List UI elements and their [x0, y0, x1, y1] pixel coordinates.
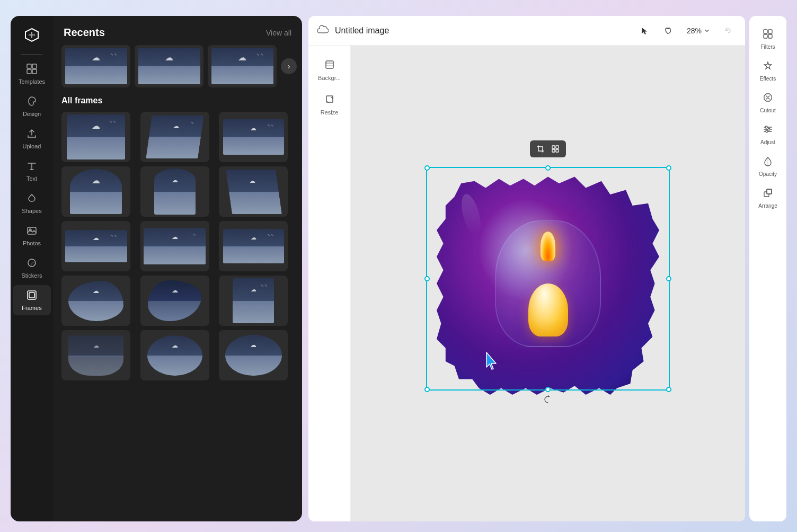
handle-br[interactable] — [666, 387, 671, 392]
frames-content: ☁ ∿∿ ☁ — [53, 45, 302, 521]
filters-tool[interactable]: Filters — [751, 24, 784, 54]
frame-grid-3[interactable]: ☁ ∿∿ — [219, 112, 288, 162]
sidebar-item-label-upload: Upload — [23, 143, 41, 149]
background-tool[interactable]: Backgr... — [312, 54, 348, 86]
handle-ml[interactable] — [424, 276, 430, 281]
frame-grid-2[interactable]: ☁ ∿ — [140, 112, 209, 162]
cutout-icon — [763, 92, 773, 105]
arrange-tool[interactable]: Arrange — [751, 183, 784, 213]
candle-image-frame — [437, 172, 659, 395]
frame-grid-b2[interactable]: ☁ — [140, 330, 209, 380]
svg-rect-8 — [29, 292, 34, 298]
undo-button[interactable] — [720, 22, 737, 39]
next-button[interactable]: › — [281, 58, 297, 74]
sidebar-item-upload[interactable]: Upload — [13, 123, 51, 154]
frame-grid-7[interactable]: ☁ ∿∿ — [61, 221, 130, 271]
cutout-tool[interactable]: Cutout — [751, 88, 784, 118]
opacity-icon — [763, 156, 773, 169]
handle-tr[interactable] — [666, 165, 671, 171]
sidebar-item-design[interactable]: Design — [13, 91, 51, 121]
svg-rect-17 — [764, 34, 767, 38]
frame-toolbar — [530, 140, 566, 157]
frames-panel-header: Recents View all — [53, 16, 302, 45]
right-panel: Filters Effects Cutout — [749, 16, 786, 521]
sidebar-item-label-design: Design — [23, 111, 41, 117]
svg-rect-23 — [767, 189, 772, 194]
upload-icon — [26, 128, 38, 141]
frames-grid: ☁ ∿∿ ☁ ∿ — [61, 112, 294, 326]
cloud-icon — [317, 24, 329, 37]
select-tool-button[interactable] — [635, 21, 654, 40]
sidebar-item-label-frames: Frames — [22, 305, 41, 311]
svg-rect-2 — [27, 69, 31, 74]
canvas-area: Backgr... Resize — [308, 46, 745, 521]
frame-grid-8[interactable]: ☁ ∿ — [140, 221, 209, 271]
recent-frame-2[interactable]: ☁ — [135, 45, 203, 87]
all-frames-title: All frames — [61, 96, 294, 105]
effects-tool[interactable]: Effects — [751, 56, 784, 86]
svg-rect-1 — [32, 64, 37, 68]
rotate-handle[interactable] — [542, 394, 554, 405]
frame-crop-icon[interactable] — [534, 143, 547, 155]
sidebar-item-photos[interactable]: Photos — [13, 220, 51, 251]
filters-label: Filters — [760, 44, 775, 50]
frame-grid-5[interactable]: ☁ — [140, 166, 209, 217]
frame-grid-6[interactable]: ☁ — [219, 166, 288, 217]
zoom-selector[interactable]: 28% — [681, 23, 715, 38]
frame-grid-b3[interactable]: ☁ — [219, 330, 288, 380]
frame-grid-9[interactable]: ☁ ∿∿ — [219, 221, 288, 271]
adjust-tool[interactable]: Adjust — [751, 120, 784, 149]
frame-grid-11[interactable]: ☁ — [140, 276, 209, 326]
candle-frame[interactable] — [426, 162, 670, 405]
frame-grid-4[interactable]: ☁ — [61, 166, 130, 217]
arrange-label: Arrange — [758, 203, 777, 209]
canvas-toolbar: Backgr... Resize — [308, 46, 351, 521]
recents-row: ☁ ∿∿ ☁ — [61, 45, 294, 87]
handle-tc[interactable] — [545, 165, 551, 171]
background-label: Backgr... — [318, 75, 341, 81]
svg-point-21 — [766, 130, 768, 132]
top-bar: Untitled image 28% — [308, 16, 745, 46]
handle-tl[interactable] — [424, 165, 430, 171]
view-all-button[interactable]: View all — [266, 29, 291, 37]
sidebar-item-frames[interactable]: Frames — [13, 285, 51, 315]
sidebar-item-label-photos: Photos — [23, 240, 41, 246]
frame-grid-10[interactable]: ☁ — [61, 276, 130, 326]
sidebar-item-text[interactable]: Text — [13, 156, 51, 186]
opacity-label: Opacity — [759, 171, 777, 177]
frames-panel: Recents View all ☁ — [53, 16, 302, 521]
sidebar-item-templates[interactable]: Templates — [13, 59, 51, 89]
templates-icon — [26, 63, 38, 76]
recent-frame-3[interactable]: ☁ ∿∿ — [208, 45, 277, 87]
svg-rect-14 — [556, 149, 559, 152]
sidebar-item-label-templates: Templates — [19, 78, 45, 85]
frame-grid-b1[interactable]: ☁ — [61, 330, 130, 380]
background-icon — [324, 59, 335, 73]
adjust-icon — [763, 124, 773, 137]
handle-mr[interactable] — [666, 276, 671, 281]
sidebar-item-shapes[interactable]: Shapes — [13, 188, 51, 218]
arrange-icon — [763, 188, 773, 201]
opacity-tool[interactable]: Opacity — [751, 152, 784, 181]
handle-bl[interactable] — [424, 387, 430, 392]
recent-frame-1[interactable]: ☁ ∿∿ — [61, 45, 130, 87]
canvas-workspace[interactable] — [351, 46, 745, 521]
svg-rect-16 — [768, 30, 772, 33]
app-logo — [21, 24, 42, 46]
hand-tool-button[interactable] — [658, 21, 677, 40]
stickers-icon — [26, 257, 38, 270]
adjust-label: Adjust — [760, 139, 775, 145]
frame-grid-12[interactable]: ☁ ∿∿ — [219, 276, 288, 326]
frames-grid-bottom: ☁ ☁ — [61, 330, 294, 380]
frame-grid-1[interactable]: ☁ ∿∿ — [61, 112, 130, 162]
document-title[interactable]: Untitled image — [335, 26, 628, 36]
candle-body — [528, 283, 568, 336]
sidebar-item-label-text: Text — [26, 175, 37, 182]
photos-icon — [26, 225, 38, 238]
resize-tool[interactable]: Resize — [312, 88, 348, 121]
design-icon — [26, 95, 38, 109]
cutout-label: Cutout — [760, 108, 775, 113]
svg-point-19 — [765, 126, 767, 128]
sidebar-item-stickers[interactable]: Stickers — [13, 253, 51, 283]
frame-layout-icon[interactable] — [549, 143, 562, 155]
